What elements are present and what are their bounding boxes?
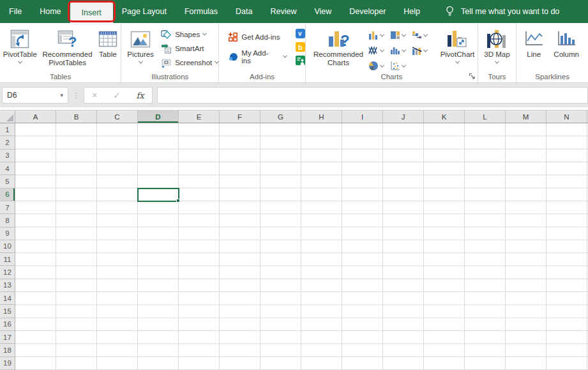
select-all-button[interactable] <box>0 111 15 123</box>
selected-cell-d6[interactable] <box>137 188 179 202</box>
select-all-triangle-icon <box>6 114 13 121</box>
my-addins-button[interactable]: My Add-ins <box>228 51 287 62</box>
row-header-12[interactable]: 12 <box>0 266 15 279</box>
row-header-1[interactable]: 1 <box>0 123 15 136</box>
chevron-down-icon <box>495 59 499 64</box>
row-header-11[interactable]: 11 <box>0 253 15 266</box>
insert-scatter-chart-button[interactable] <box>390 59 412 72</box>
column-header-M[interactable]: M <box>506 111 547 123</box>
scatter-chart-icon <box>390 61 400 71</box>
row-header-10[interactable]: 10 <box>0 240 15 253</box>
row-header-18[interactable]: 18 <box>0 344 15 357</box>
pivottable-button[interactable]: PivotTable <box>0 26 40 64</box>
insert-column-chart-button[interactable] <box>368 29 390 42</box>
3d-map-button[interactable]: 3D Map <box>481 26 513 64</box>
tab-view[interactable]: View <box>305 0 340 23</box>
chevron-down-icon <box>423 47 428 52</box>
charts-group-label: Charts <box>306 73 478 81</box>
row-header-17[interactable]: 17 <box>0 331 15 344</box>
pivottable-label: PivotTable <box>3 50 37 59</box>
row-header-7[interactable]: 7 <box>0 201 15 214</box>
column-sparkline-button[interactable]: Column <box>551 26 582 59</box>
tab-page-layout[interactable]: Page Layout <box>113 0 176 23</box>
enter-icon[interactable]: ✓ <box>113 90 121 100</box>
column-header-J[interactable]: J <box>383 111 424 123</box>
row-header-2[interactable]: 2 <box>0 136 15 149</box>
tab-insert[interactable]: Insert <box>70 2 113 23</box>
column-header-F[interactable]: F <box>220 111 260 123</box>
row-header-16[interactable]: 16 <box>0 318 15 331</box>
column-header-D[interactable]: D <box>138 111 179 123</box>
row-header-8[interactable]: 8 <box>0 214 15 227</box>
fill-handle[interactable] <box>176 199 180 203</box>
formula-bar-buttons: × ✓ fx <box>84 87 153 104</box>
column-header-E[interactable]: E <box>179 111 220 123</box>
column-header-N[interactable]: N <box>547 111 587 123</box>
row-headers: 12345678910111213141516171819 <box>0 123 15 370</box>
recommended-pivottables-button[interactable]: ? Recommended PivotTables <box>40 26 95 67</box>
name-box[interactable]: D6 ▾ <box>2 87 68 104</box>
column-header-K[interactable]: K <box>424 111 465 123</box>
line-sparkline-button[interactable]: Line <box>522 26 546 59</box>
3d-map-icon <box>486 27 508 50</box>
chevron-down-icon <box>18 59 22 64</box>
waterfall-chart-icon <box>412 30 422 40</box>
tab-review[interactable]: Review <box>261 0 305 23</box>
column-headers: ABCDEFGHIJKLMN <box>15 111 587 123</box>
row-header-15[interactable]: 15 <box>0 305 15 318</box>
insert-pie-chart-button[interactable] <box>368 59 390 72</box>
column-header-L[interactable]: L <box>465 111 506 123</box>
name-box-dropdown-arrow-icon[interactable]: ▾ <box>60 92 68 98</box>
cancel-icon[interactable]: × <box>92 90 97 100</box>
insert-waterfall-chart-button[interactable] <box>412 29 433 42</box>
chevron-down-icon <box>402 47 406 52</box>
bing-maps-icon[interactable]: b <box>296 42 305 52</box>
chevron-down-icon <box>402 63 406 67</box>
tab-file[interactable]: File <box>0 0 31 23</box>
insert-statistic-chart-button[interactable] <box>390 44 412 57</box>
tab-formulas[interactable]: Formulas <box>176 0 227 23</box>
visio-data-visualizer-icon[interactable]: v <box>296 29 305 38</box>
insert-function-icon[interactable]: fx <box>137 91 144 100</box>
row-header-6[interactable]: 6 <box>0 189 15 201</box>
row-header-19[interactable]: 19 <box>0 357 15 370</box>
get-addins-button[interactable]: Get Add-ins <box>228 31 287 42</box>
insert-combo-chart-button[interactable] <box>412 44 433 57</box>
column-sparkline-icon <box>557 27 576 50</box>
insert-line-chart-button[interactable] <box>368 44 390 57</box>
column-chart-icon <box>368 30 379 40</box>
pictures-button[interactable]: Pictures <box>126 26 155 64</box>
row-header-14[interactable]: 14 <box>0 292 15 305</box>
formula-bar-drag-dots-icon[interactable]: ⋮ <box>68 91 84 100</box>
row-header-13[interactable]: 13 <box>0 279 15 292</box>
tab-home[interactable]: Home <box>31 0 70 23</box>
tab-developer[interactable]: Developer <box>340 0 395 23</box>
formula-input[interactable] <box>157 87 588 104</box>
people-graph-icon[interactable] <box>296 56 305 65</box>
column-header-G[interactable]: G <box>260 111 301 123</box>
tab-data[interactable]: Data <box>227 0 261 23</box>
recommended-charts-button[interactable]: ? Recommended Charts <box>312 26 365 67</box>
insert-hierarchy-chart-button[interactable] <box>390 29 412 42</box>
row-header-5[interactable]: 5 <box>0 175 15 188</box>
pivotchart-button[interactable]: PivotChart <box>437 26 478 64</box>
line-chart-icon <box>368 45 379 56</box>
worksheet-grid: ABCDEFGHIJKLMN 1234567891011121314151617… <box>0 110 588 370</box>
column-header-C[interactable]: C <box>97 111 138 123</box>
column-header-A[interactable]: A <box>15 111 56 123</box>
row-header-3[interactable]: 3 <box>0 150 15 162</box>
row-header-4[interactable]: 4 <box>0 162 15 175</box>
smartart-button[interactable]: SmartArt <box>161 43 218 54</box>
sheet-cells[interactable] <box>15 123 588 370</box>
row-header-9[interactable]: 9 <box>0 227 15 240</box>
recommended-pivottables-icon: ? <box>57 27 78 50</box>
table-button[interactable]: Table <box>95 26 121 59</box>
column-header-B[interactable]: B <box>56 111 97 123</box>
tab-help[interactable]: Help <box>395 0 429 23</box>
column-header-H[interactable]: H <box>301 111 342 123</box>
tell-me-search[interactable]: Tell me what you want to do <box>438 0 566 23</box>
screenshot-button[interactable]: Screenshot <box>161 57 218 68</box>
shapes-button[interactable]: Shapes <box>161 29 218 40</box>
sparklines-group-label: Sparklines <box>516 73 588 81</box>
column-header-I[interactable]: I <box>342 111 383 123</box>
